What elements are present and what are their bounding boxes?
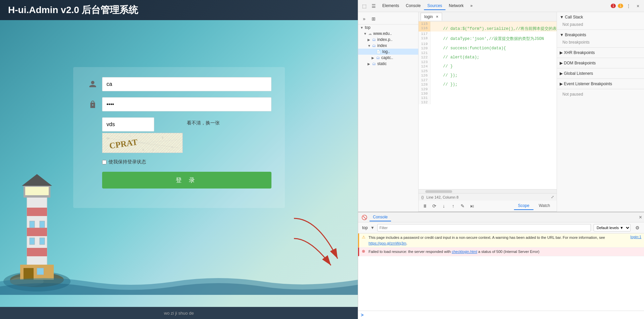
step-out-btn[interactable]: ↑: [449, 202, 457, 210]
watch-tab[interactable]: Watch: [535, 202, 554, 210]
svg-marker-9: [22, 174, 52, 186]
code-line-119: 119: [419, 42, 557, 46]
event-label: ▶ Event Listener Breakpoints: [560, 82, 612, 86]
login-button[interactable]: 登 录: [102, 172, 271, 189]
pause-btn[interactable]: ⏸: [421, 202, 429, 210]
event-header[interactable]: ▶ Event Listener Breakpoints: [557, 80, 644, 88]
username-input[interactable]: [102, 77, 271, 91]
username-row: [87, 77, 271, 91]
password-input[interactable]: [102, 97, 271, 111]
captcha-input[interactable]: [102, 117, 154, 131]
top-label: top: [361, 225, 369, 230]
top-selector: top ▼: [361, 225, 375, 230]
captcha-row: m 1 y k 3 d 2 5 CPRAT: [102, 117, 271, 153]
top-dropdown-arrow[interactable]: ▼: [371, 225, 375, 230]
global-header[interactable]: ▶ Global Listeners: [557, 70, 644, 77]
password-row: [87, 97, 271, 111]
console-levels-dropdown[interactable]: Default levels ▼: [594, 224, 631, 231]
callstack-header[interactable]: ▼ Call Stack: [557, 13, 644, 21]
device-toolbar-btn[interactable]: ☰: [370, 2, 378, 10]
sidebar-format-btn[interactable]: ⊞: [370, 15, 378, 23]
toggle-pause-btn[interactable]: ⏯: [468, 202, 476, 210]
warn-msg-source[interactable]: login:1: [631, 235, 641, 239]
devtools-tab-bar: Elements Console Sources Network »: [379, 2, 476, 10]
tree-index[interactable]: ▼ 🗂 index: [358, 43, 418, 49]
error-msg-link[interactable]: checklogin.html: [452, 250, 477, 254]
tab-network[interactable]: Network: [445, 2, 467, 10]
breakpoints-section: ▼ Breakpoints No breakpoints: [557, 30, 644, 48]
svg-rect-6: [27, 248, 47, 256]
console-gear-btn[interactable]: ⚙: [633, 224, 641, 232]
tree-top[interactable]: ▼ top: [358, 24, 418, 31]
edit-btn[interactable]: ✎: [459, 202, 466, 210]
console-messages: ⚠ This page includes a password or credi…: [358, 233, 644, 311]
callstack-section: ▼ Call Stack Not paused: [557, 12, 644, 30]
step-into-btn[interactable]: ↓: [440, 202, 447, 210]
devtools-main: » ⊞ ▼ top ▼ ☁ www.edu.. ▶: [358, 12, 644, 212]
close-devtools-btn[interactable]: ×: [634, 2, 642, 10]
tab-more[interactable]: »: [467, 2, 476, 10]
step-over-btn[interactable]: ⟳: [431, 202, 438, 210]
tab-console[interactable]: Console: [402, 2, 424, 10]
tree-index-p[interactable]: ▶ 🗂 index.p..: [358, 37, 418, 43]
app-footer: wo zi ji shuo de: [0, 307, 358, 319]
error-badge: 1: [611, 4, 616, 8]
console-area: 🚫 Console × top ▼ Default levels ▼ ⚙ ⚠: [358, 212, 644, 319]
code-line-130: 130: [419, 91, 557, 96]
editor-tab-login[interactable]: login ×: [421, 13, 442, 20]
horizontal-scrollbar[interactable]: [419, 189, 557, 193]
inspect-icon-btn[interactable]: ⬚: [360, 2, 368, 10]
scroll-thumb[interactable]: [425, 190, 452, 193]
console-filter-bar: top ▼ Default levels ▼ ⚙: [358, 222, 644, 233]
svg-text:CPRAT: CPRAT: [109, 138, 138, 151]
dom-header[interactable]: ▶ DOM Breakpoints: [557, 59, 644, 67]
console-tab[interactable]: Console: [370, 213, 391, 221]
devtools-toolbar: ⬚ ☰ Elements Console Sources Network » 1…: [358, 0, 644, 12]
format-icon[interactable]: {}: [421, 195, 424, 199]
tree-static-label: static: [377, 61, 387, 66]
more-options-btn[interactable]: ⋮: [625, 2, 633, 10]
warn-msg-link[interactable]: https://goo.gl/zmWq3m: [369, 241, 406, 245]
scope-tab[interactable]: Scope: [514, 202, 533, 210]
svg-rect-16: [40, 238, 45, 245]
close-tab-btn[interactable]: ×: [436, 14, 438, 19]
breakpoints-header[interactable]: ▼ Breakpoints: [557, 31, 644, 39]
callstack-label: ▼ Call Stack: [560, 15, 583, 19]
tree-captc[interactable]: ▶ 🗂 captc..: [358, 55, 418, 61]
code-view[interactable]: 115 116 // data:$("form").serialize(),//…: [419, 21, 557, 189]
scope-not-paused: Not paused: [557, 89, 644, 99]
tree-arrow-index: ▼: [368, 44, 371, 48]
xhr-header[interactable]: ▶ XHR Breakpoints: [557, 49, 644, 56]
sources-sidebar-toolbar: » ⊞: [358, 13, 418, 24]
warn-badge: 1: [618, 4, 623, 8]
svg-rect-15: [30, 238, 35, 245]
console-filter-input[interactable]: [377, 224, 591, 231]
tree-arrow-top: ▼: [360, 26, 363, 30]
console-clear-btn[interactable]: 🚫: [360, 213, 368, 221]
expand-icon[interactable]: ⤢: [551, 195, 554, 199]
sources-panel: » ⊞ ▼ top ▼ ☁ www.edu.. ▶: [358, 12, 644, 212]
tree-static[interactable]: ▶ 🗂 static: [358, 61, 418, 67]
svg-rect-14: [40, 221, 45, 228]
xhr-label: ▶ XHR Breakpoints: [560, 50, 595, 55]
tab-sources[interactable]: Sources: [424, 2, 445, 10]
code-line-124: 124 // }: [419, 64, 557, 69]
devtools-panel: ⬚ ☰ Elements Console Sources Network » 1…: [358, 0, 644, 319]
tree-log[interactable]: 📄 log..: [358, 49, 418, 55]
console-close-btn[interactable]: ×: [639, 214, 642, 220]
console-msg-warning: ⚠ This page includes a password or credi…: [358, 233, 644, 248]
remember-label: 使我保持登录状态: [109, 159, 146, 165]
sidebar-toggle-btn[interactable]: »: [360, 15, 368, 23]
tab-elements[interactable]: Elements: [379, 2, 402, 10]
folder-icon-3: 🗂: [376, 56, 380, 60]
remember-checkbox[interactable]: [102, 160, 106, 164]
captcha-image[interactable]: m 1 y k 3 d 2 5 CPRAT: [102, 133, 183, 153]
error-icon: ⊗: [362, 249, 367, 254]
console-input[interactable]: [366, 313, 641, 317]
remember-row: 使我保持登录状态: [102, 159, 271, 165]
error-msg-text: Failed to load resource: the server resp…: [369, 249, 641, 255]
sources-sidebar: » ⊞ ▼ top ▼ ☁ www.edu.. ▶: [358, 12, 419, 212]
dom-breakpoints-section: ▶ DOM Breakpoints: [557, 58, 644, 68]
tree-domain[interactable]: ▼ ☁ www.edu..: [358, 31, 418, 37]
captcha-refresh-link[interactable]: 看不清，换一张: [187, 120, 220, 126]
